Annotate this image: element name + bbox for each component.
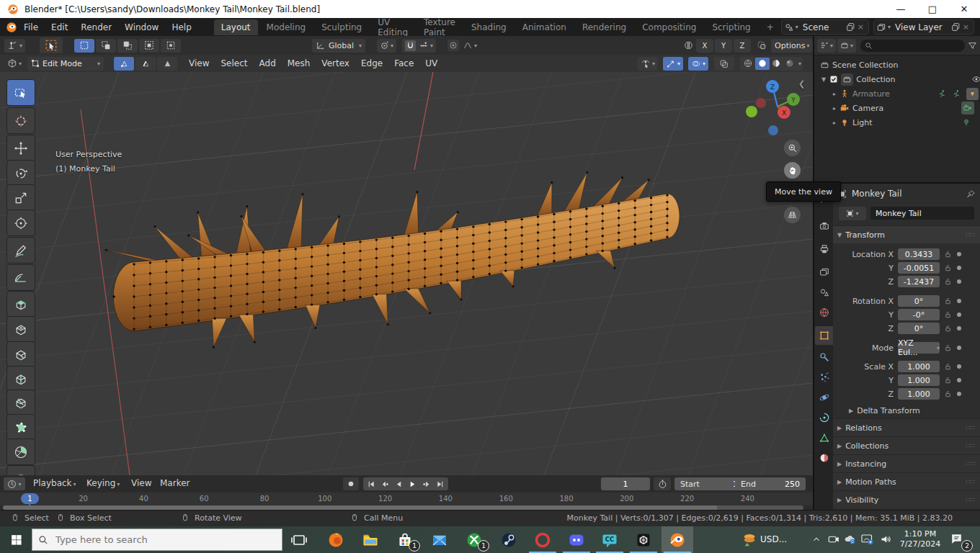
mirror-axis-z-button[interactable]: Z [734,39,751,53]
properties-tab-render[interactable] [815,217,833,235]
timeline-menu-marker[interactable]: Marker [160,478,190,488]
pin-icon[interactable] [966,189,976,199]
properties-tab-modifiers[interactable] [815,348,833,367]
auto-keying-button[interactable] [343,477,359,490]
workspace-tab-scripting[interactable]: Scripting [705,19,757,35]
toggle-perspective-button[interactable] [784,207,801,223]
tool-measure-button[interactable] [6,264,35,291]
shading-wireframe-icon[interactable] [741,58,755,68]
timeline-editor-type-button[interactable]: ▾ [4,477,25,490]
delta-transform-subpanel[interactable]: ▶Delta Transform [833,403,980,418]
scale-x-field[interactable]: 1.000 [898,361,940,372]
face-select-button[interactable] [157,57,177,71]
properties-tab-constraints[interactable] [815,408,833,427]
lock-icon[interactable] [944,264,952,272]
taskbar-app-steam[interactable] [493,526,525,553]
show-gizmo-button[interactable]: ▾ [663,57,683,71]
taskbar-app-unity[interactable] [628,526,659,553]
next-keyframe-icon[interactable] [419,480,433,488]
play-reverse-icon[interactable] [392,480,406,488]
play-icon[interactable] [406,480,419,488]
outliner-row-scene-collection[interactable]: Scene Collection [814,58,980,72]
workspace-tab-layout[interactable]: Layout [214,19,258,35]
outliner-row-camera[interactable]: ▸Camera [814,101,980,115]
animate-dot[interactable] [957,326,961,331]
meet-now-icon[interactable] [827,533,840,546]
tool-cursor-button[interactable] [6,107,35,134]
tray-expand-chevron-icon[interactable] [811,534,821,544]
taskbar-app-mail[interactable] [424,526,455,553]
volume-icon[interactable] [879,533,893,546]
animate-dot[interactable] [957,378,961,382]
viewport-3d[interactable]: User Perspective (1) Monkey Tail ❮ Z Y X [0,72,813,475]
workspace-tab-animation[interactable]: Animation [515,19,574,35]
properties-tab-material[interactable] [815,449,833,467]
vertex-select-button[interactable] [114,57,134,71]
cast-display-icon[interactable] [860,533,874,546]
remove-view-layer-icon[interactable]: × [963,22,969,32]
tool-poly-build-button[interactable] [6,414,35,441]
tool-select-box-preview[interactable] [40,37,63,53]
viewport-editor-type-button[interactable]: ▾ [4,57,24,71]
viewport-menu-mesh[interactable]: Mesh [282,56,316,71]
viewport-menu-add[interactable]: Add [254,56,282,71]
tool-inset-faces-button[interactable] [6,316,35,343]
taskbar-app-xbox[interactable]: 1 [458,526,490,553]
workspace-tab-sculpting[interactable]: Sculpting [314,19,369,35]
tool-smooth-button[interactable] [6,465,35,475]
edge-select-button[interactable] [135,57,156,71]
properties-tab-object[interactable] [815,326,833,345]
menu-file[interactable]: File [17,20,45,35]
select-invert-button[interactable] [139,39,159,53]
viewport-menu-face[interactable]: Face [388,56,419,71]
new-scene-icon[interactable] [846,22,855,32]
tool-scale-button[interactable] [6,184,35,211]
taskbar-app-firefox[interactable] [320,526,352,553]
properties-tab-particles[interactable] [815,368,833,387]
snap-target-icon[interactable] [757,40,767,50]
timeline-menu-playback[interactable]: Playback▾ [33,478,76,488]
minimize-button[interactable]: — [885,0,917,18]
timeline-ruler[interactable]: 1 20406080100120140160180200220240 [0,493,813,505]
usd-app-icon[interactable] [742,531,758,548]
animate-dot[interactable] [957,392,961,396]
tool-transform-button[interactable] [6,210,35,236]
animate-dot[interactable] [957,313,961,317]
onedrive-icon[interactable] [843,533,857,546]
transform-orientation-dropdown[interactable]: Global▾ [312,39,365,53]
proportional-editing-controls[interactable]: ▾ [445,39,480,53]
rotation-z-field[interactable]: 0° [898,323,940,334]
proportional-editing-icon[interactable] [447,40,459,51]
taskbar-search[interactable] [32,529,282,551]
blender-menu-icon[interactable] [6,22,17,33]
gizmo-neg-x-axis[interactable] [756,98,766,108]
add-workspace-button[interactable]: + [760,19,781,35]
lock-icon[interactable] [944,363,952,371]
section-motion-paths[interactable]: ▶Motion Paths∷∷ [833,472,980,490]
new-view-layer-icon[interactable] [951,22,961,32]
outliner-display-mode-dropdown[interactable]: ▾ [817,39,836,53]
lock-icon[interactable] [944,297,952,305]
snap-magnet-icon[interactable] [405,40,416,51]
properties-tab-data[interactable] [815,428,833,447]
options-dropdown[interactable]: Options▾ [771,39,813,53]
select-intersect-button[interactable] [161,39,181,53]
shading-material-icon[interactable] [770,58,783,68]
section-visibility[interactable]: ▶Visibility∷∷ [833,490,980,508]
object-id-dropdown[interactable]: ▾ [839,207,866,220]
tool-annotate-button[interactable] [6,237,35,264]
usd-app-label[interactable]: USD... [760,534,787,544]
pivot-point-dropdown[interactable]: ▾ [377,39,396,53]
start-frame-field[interactable]: Start1 [674,477,744,490]
taskbar-app-cc[interactable]: CC [594,526,625,553]
lock-icon[interactable] [944,251,952,258]
maximize-button[interactable]: □ [917,0,948,18]
properties-tab-scene[interactable] [815,283,833,302]
jump-to-end-icon[interactable] [433,480,447,488]
lock-icon[interactable] [944,325,952,333]
tool-select-box-button[interactable] [6,79,35,106]
outliner-row-collection[interactable]: ▼Collection [814,72,980,86]
auto-keyframe-stopwatch-button[interactable] [654,477,671,490]
navigation-gizmo[interactable]: Z Y X [742,75,811,141]
timeline-menu-view[interactable]: View [131,478,151,488]
